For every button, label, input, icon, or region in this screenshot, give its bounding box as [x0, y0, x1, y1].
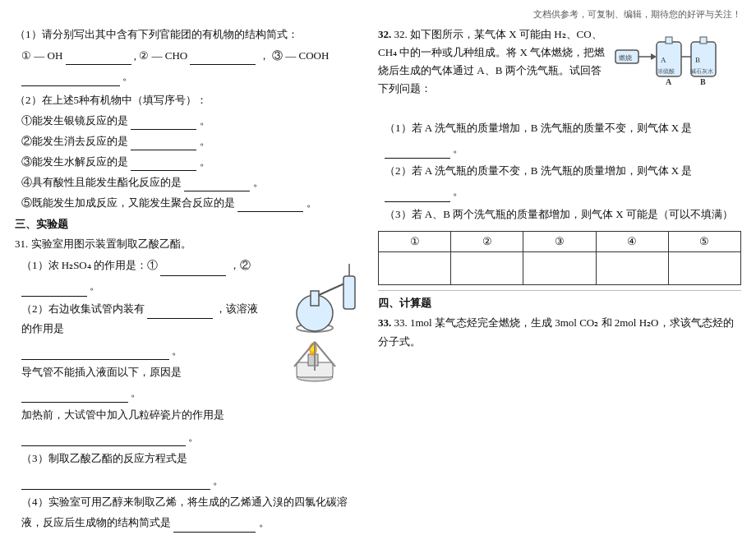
q31-eq-line: 。 [21, 472, 368, 490]
q32-2-answer[interactable] [385, 189, 450, 202]
q2-3-label: ③能发生水解反应的是 [21, 155, 128, 168]
svg-rect-10 [311, 291, 319, 306]
q1-intro: （1）请分别写出其中含有下列官能团的有机物的结构简式： [15, 25, 368, 44]
lab-apparatus-image [270, 256, 368, 387]
q1-item3-label: ， ③ — COOH [259, 49, 330, 62]
q31-intro: 31. 实验室用图示装置制取乙酸乙酯。 [15, 235, 368, 253]
svg-text:B: B [695, 56, 700, 64]
table-header-2: ② [451, 232, 523, 252]
q31-3-answer[interactable] [21, 390, 128, 403]
q32-2-item: （2）若 A 洗气瓶的质量不变，B 洗气瓶的质量增加，则气体 X 是 。 [385, 161, 741, 201]
q31-2-answer1[interactable] [147, 306, 213, 319]
q31-2-period: 。 [172, 344, 182, 357]
q1-item1-label: ① — OH [21, 49, 62, 62]
q32-subs: （1）若 A 洗气瓶的质量增加，B 洗气瓶的质量不变，则气体 X 是 。 （2）… [378, 118, 741, 285]
q2-block: （2）在上述5种有机物中（填写序号）： ①能发生银镜反应的是 。 ②能发生消去反… [15, 91, 368, 213]
q2-4-answer[interactable] [184, 178, 250, 191]
q31-5-answer[interactable] [173, 519, 256, 533]
section3-title: 三、实验题 [15, 217, 368, 232]
q2-3-period: 。 [200, 155, 210, 168]
q32-number: 32. [378, 28, 394, 40]
q31-eq-period: 。 [213, 474, 224, 487]
q32-1-item: （1）若 A 洗气瓶的质量增加，B 洗气瓶的质量不变，则气体 X 是 。 [385, 118, 741, 159]
table-row-1-col1[interactable] [379, 252, 451, 285]
svg-text:燃烧: 燃烧 [619, 54, 632, 62]
answer-table: ① ② ③ ④ ⑤ [378, 231, 741, 285]
svg-text:B: B [700, 77, 706, 86]
table-header-4: ④ [596, 232, 668, 252]
q2-4-label: ④具有酸性且能发生酯化反应的是 [21, 176, 182, 188]
q1-item3-answer[interactable] [21, 73, 120, 86]
q1-cooh-line: 。 [21, 67, 368, 85]
q31-eq-answer[interactable] [21, 477, 210, 490]
q1-block: （1）请分别写出其中含有下列官能团的有机物的结构简式： ① — OH , ② —… [15, 25, 368, 86]
table-row-1-col5[interactable] [668, 252, 740, 285]
q32-1-period: 。 [453, 142, 463, 155]
q32-1-answer[interactable] [385, 145, 450, 159]
svg-text:碱石灰水: 碱石灰水 [690, 68, 713, 75]
table-row-1-col4[interactable] [596, 252, 668, 285]
q31-1-period: 。 [90, 279, 100, 292]
q2-2-period: 。 [200, 135, 210, 147]
table-header-5: ⑤ [668, 232, 740, 252]
q1-items: ① — OH , ② — CHO ， ③ — COOH [21, 46, 368, 65]
q32-1-label: （1）若 A 洗气瓶的质量增加，B 洗气瓶的质量不变，则气体 X 是 [385, 122, 692, 134]
table-row-1-col2[interactable] [451, 252, 523, 285]
svg-text:A: A [666, 77, 672, 86]
q31-3-period: 。 [131, 386, 141, 399]
page-container: 文档供参考，可复制、编辑，期待您的好评与关注！ （1）请分别写出其中含有下列官能… [0, 0, 756, 535]
q2-3-item: ③能发生水解反应的是 。 [21, 153, 368, 171]
top-note: 文档供参考，可复制、编辑，期待您的好评与关注！ [15, 8, 741, 21]
section4-title: 四、计算题 [378, 296, 741, 311]
svg-rect-24 [700, 37, 707, 44]
q31-4-label: 加热前，大试管中加入几粒碎瓷片的作用是 [21, 408, 224, 421]
table-header-1: ① [379, 232, 451, 252]
q31-block: 31. 实验室用图示装置制取乙酸乙酯。 [15, 235, 368, 533]
q31-1-answer2[interactable] [21, 284, 87, 297]
q2-5-answer[interactable] [237, 199, 303, 212]
q31-4-cont: 。 [21, 428, 368, 446]
q31-5-item: （4）实验室可用乙醇来制取乙烯，将生成的乙烯通入溴的四氯化碳溶液，反应后生成物的… [21, 492, 368, 533]
q31-1-intro-label: （1）浓 H₂SO₄ 的作用是：① [21, 259, 160, 271]
q32-2-period: 。 [453, 185, 463, 197]
q32-3-item: （3）若 A、B 两个洗气瓶的质量都增加，则气体 X 可能是（可以不填满） [385, 205, 741, 225]
q32-intro-text: 32. 如下图所示，某气体 X 可能由 H₂、CO、CH₄ 中的一种或几种组成。… [378, 28, 605, 95]
q32-text-area: 32. 32. 如下图所示，某气体 X 可能由 H₂、CO、CH₄ 中的一种或几… [378, 25, 607, 100]
q33-intro: 33. 33. 1mol 某气态烃完全燃烧，生成 3mol CO₂ 和 2mol… [378, 314, 741, 350]
q2-2-label: ②能发生消去反应的是 [21, 135, 128, 147]
q2-2-item: ②能发生消去反应的是 。 [21, 132, 368, 150]
q31-2-answer2[interactable] [21, 347, 169, 360]
svg-rect-12 [343, 276, 355, 309]
section-divider [378, 290, 741, 291]
q31-4-answer[interactable] [21, 433, 186, 446]
q32-apparatus: 燃烧 A 浓硫酸 B [614, 25, 741, 115]
q1-item2-answer[interactable] [190, 52, 256, 65]
q2-1-period: 。 [200, 114, 210, 127]
q1-item2-label: , ② — CHO [134, 49, 187, 62]
svg-marker-17 [651, 53, 657, 60]
q1-end: 。 [122, 70, 133, 82]
svg-text:浓硫酸: 浓硫酸 [657, 68, 675, 75]
q2-1-item: ①能发生银镜反应的是 。 [21, 112, 368, 130]
q32-intro: 32. 32. 如下图所示，某气体 X 可能由 H₂、CO、CH₄ 中的一种或几… [378, 25, 607, 98]
q31-5-period: 。 [259, 516, 270, 528]
table-row-1-col3[interactable] [523, 252, 596, 285]
q2-5-item: ⑤既能发生加成反应，又能发生聚合反应的是 。 [21, 194, 368, 212]
q31-1-answer1[interactable] [160, 263, 226, 276]
main-body: （1）请分别写出其中含有下列官能团的有机物的结构简式： ① — OH , ② —… [15, 25, 741, 535]
q33-number: 33. [378, 316, 394, 329]
q31-4-item: 加热前，大试管中加入几粒碎瓷片的作用是 [21, 405, 368, 426]
q2-4-item: ④具有酸性且能发生酯化反应的是 。 [21, 173, 368, 191]
svg-rect-2 [308, 354, 318, 366]
calc-section: 四、计算题 33. 33. 1mol 某气态烃完全燃烧，生成 3mol CO₂ … [378, 296, 741, 350]
svg-rect-19 [666, 37, 672, 44]
q2-4-period: 。 [253, 176, 264, 188]
q31-eq-intro-label: （3）制取乙酸乙酯的反应方程式是 [21, 452, 187, 464]
q32-2-label: （2）若 A 洗气瓶的质量不变，B 洗气瓶的质量增加，则气体 X 是 [385, 164, 692, 177]
q2-5-period: 。 [307, 196, 317, 209]
left-column: （1）请分别写出其中含有下列官能团的有机物的结构简式： ① — OH , ② —… [15, 25, 368, 535]
q2-2-answer[interactable] [131, 137, 196, 150]
q2-1-answer[interactable] [131, 117, 196, 130]
q1-item1-answer[interactable] [66, 52, 131, 65]
q2-3-answer[interactable] [131, 158, 196, 171]
